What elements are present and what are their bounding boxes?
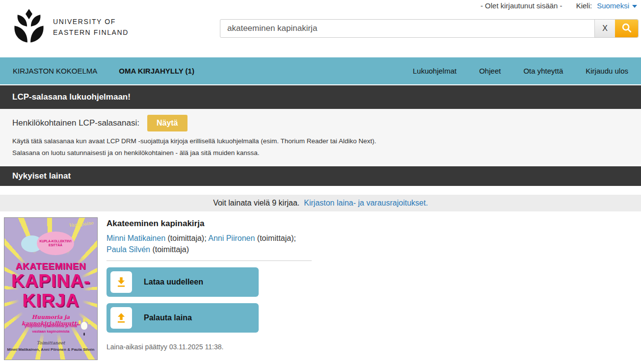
language-dropdown[interactable]: Suomeksi <box>597 1 637 10</box>
lcp-password-section: Henkilökohtainen LCP-salasanasi: Näytä K… <box>0 109 641 165</box>
lcp-banner: LCP-salasana lukuohjelmaan! <box>0 85 641 109</box>
university-logo-icon <box>14 9 44 46</box>
author-link-3[interactable]: Paula Silvén <box>107 245 150 254</box>
lightbulb-doodle <box>81 322 87 330</box>
download-icon <box>110 271 132 293</box>
author-link-2[interactable]: Anni Piironen <box>208 234 255 242</box>
author-role-2: (toimittaja); <box>255 234 296 242</box>
nav-item-reading-apps[interactable]: Lukuohjelmat <box>413 67 456 75</box>
main-navigation: KIRJASTON KOKOELMA OMA KIRJAHYLLY (1) Lu… <box>0 57 641 84</box>
login-status-text: - Olet kirjautunut sisään - <box>481 1 562 10</box>
cover-editors-names: Minni Matikainen, Anni Piironen & Paula … <box>4 347 97 352</box>
download-again-button[interactable]: Lataa uudelleen <box>107 267 259 297</box>
upload-icon <box>110 307 132 329</box>
book-authors: Minni Matikainen (toimittaja); Anni Piir… <box>107 233 312 255</box>
cover-title-line-2: KAPINA- <box>4 271 97 291</box>
loan-due-text: Laina-aikasi päättyy 03.11.2025 11:38. <box>107 343 312 351</box>
password-label: Henkilökohtainen LCP-salasanasi: <box>12 118 139 128</box>
loan-quota-bar: Voit lainata vielä 9 kirjaa. Kirjaston l… <box>0 195 641 211</box>
search-button[interactable] <box>615 20 638 37</box>
university-logo-text: UNIVERSITY OF EASTERN FINLAND <box>53 17 129 38</box>
nav-item-logout[interactable]: Kirjaudu ulos <box>586 67 628 75</box>
return-loan-label: Palauta laina <box>144 313 192 322</box>
author-role-3: (toimittaja) <box>150 245 189 254</box>
language-label: Kieli: <box>576 1 592 10</box>
logo-line-2: EASTERN FINLAND <box>53 28 129 36</box>
cover-title-line-3: KIRJA <box>4 290 97 311</box>
nav-item-help[interactable]: Ohjeet <box>479 67 501 75</box>
cover-publisher-script: Vastapaino <box>69 221 94 228</box>
cover-subtitle-small-2: vastaan kapinoimista <box>4 329 97 334</box>
book-cover[interactable]: Vastapaino KUPLA-KOLLEKTIIVI ESITTÄÄ AKA… <box>4 217 98 360</box>
clear-search-button[interactable]: X <box>594 20 615 37</box>
author-role-1: (toimittaja); <box>165 234 208 242</box>
book-title: Akateeminen kapinakirja <box>107 219 312 229</box>
logo-line-1: UNIVERSITY OF <box>53 18 116 26</box>
book-details: Akateeminen kapinakirja Minni Matikainen… <box>107 217 312 360</box>
loan-list-item: Vastapaino KUPLA-KOLLEKTIIVI ESITTÄÄ AKA… <box>0 211 641 360</box>
search-bar: X <box>220 19 639 38</box>
language-value: Suomeksi <box>597 1 629 10</box>
loan-quota-text: Voit lainata vielä 9 kirjaa. <box>213 199 299 208</box>
search-input[interactable] <box>220 20 594 37</box>
search-icon <box>621 23 632 35</box>
download-again-label: Lataa uudelleen <box>144 278 203 286</box>
loan-limits-link[interactable]: Kirjaston laina- ja varausrajoitukset. <box>304 199 428 208</box>
nav-item-my-shelf[interactable]: OMA KIRJAHYLLY (1) <box>119 67 194 75</box>
password-row: Henkilökohtainen LCP-salasanasi: Näytä <box>12 115 629 131</box>
author-link-1[interactable]: Minni Matikainen <box>107 234 165 242</box>
chevron-down-icon <box>632 5 637 8</box>
cover-title-line-1: AKATEEMINEN <box>4 261 97 272</box>
page-header: - Olet kirjautunut sisään - Kieli: Suome… <box>0 0 641 57</box>
nav-item-collection[interactable]: KIRJASTON KOKOELMA <box>13 67 97 75</box>
lcp-info-line-2: Salasana on luotu satunnaisesti ja on he… <box>12 147 629 159</box>
details-divider <box>107 260 312 261</box>
nav-right-group: Lukuohjelmat Ohjeet Ota yhteyttä Kirjaud… <box>413 67 628 75</box>
show-password-button[interactable]: Näytä <box>147 115 187 131</box>
login-status-row: - Olet kirjautunut sisään - Kieli: Suome… <box>481 1 637 10</box>
university-logo[interactable]: UNIVERSITY OF EASTERN FINLAND <box>14 9 129 46</box>
nav-left-group: KIRJASTON KOKOELMA OMA KIRJAHYLLY (1) <box>13 67 194 75</box>
lcp-info-line-1: Käytä tätä salasanaa kun avaat LCP DRM -… <box>12 135 629 147</box>
nav-item-contact[interactable]: Ota yhteyttä <box>523 67 563 75</box>
cover-editors-script: Toimittaneet <box>4 340 97 345</box>
current-loans-banner: Nykyiset lainat <box>0 166 641 186</box>
cover-speech-bubble-pink: KUPLA-KOLLEKTIIVI ESITTÄÄ <box>37 232 74 255</box>
cover-bubble-text: KUPLA-KOLLEKTIIVI ESITTÄÄ <box>37 239 74 248</box>
return-loan-button[interactable]: Palauta laina <box>107 303 259 333</box>
